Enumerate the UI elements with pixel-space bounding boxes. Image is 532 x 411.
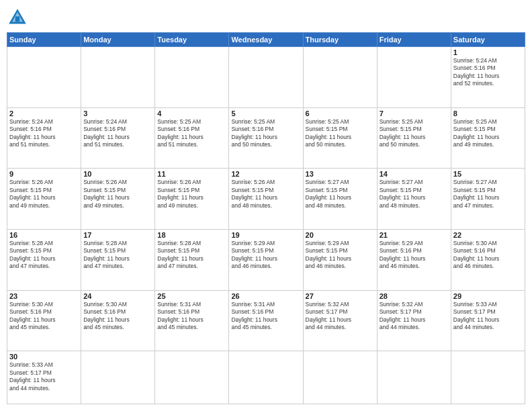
page: SundayMondayTuesdayWednesdayThursdayFrid… — [0, 0, 532, 411]
day-number: 16 — [9, 231, 79, 239]
calendar-cell: 16Sunrise: 5:28 AM Sunset: 5:15 PM Dayli… — [7, 230, 81, 291]
day-number: 12 — [231, 170, 300, 178]
header — [7, 7, 525, 28]
calendar-cell: 9Sunrise: 5:26 AM Sunset: 5:15 PM Daylig… — [7, 169, 81, 230]
day-info: Sunrise: 5:25 AM Sunset: 5:15 PM Dayligh… — [453, 118, 523, 149]
calendar-cell: 19Sunrise: 5:29 AM Sunset: 5:15 PM Dayli… — [229, 230, 303, 291]
calendar-cell: 20Sunrise: 5:29 AM Sunset: 5:15 PM Dayli… — [303, 230, 377, 291]
day-info: Sunrise: 5:26 AM Sunset: 5:15 PM Dayligh… — [157, 179, 226, 210]
calendar-cell: 8Sunrise: 5:25 AM Sunset: 5:15 PM Daylig… — [451, 107, 525, 169]
day-number: 9 — [9, 170, 79, 178]
day-info: Sunrise: 5:27 AM Sunset: 5:15 PM Dayligh… — [380, 179, 449, 210]
calendar-week-6: 30Sunrise: 5:33 AM Sunset: 5:17 PM Dayli… — [7, 351, 525, 404]
day-info: Sunrise: 5:27 AM Sunset: 5:15 PM Dayligh… — [453, 179, 523, 210]
day-info: Sunrise: 5:33 AM Sunset: 5:17 PM Dayligh… — [9, 361, 79, 392]
day-info: Sunrise: 5:32 AM Sunset: 5:17 PM Dayligh… — [380, 301, 449, 332]
day-number: 26 — [231, 292, 300, 300]
day-number: 27 — [306, 292, 375, 300]
calendar-cell: 6Sunrise: 5:25 AM Sunset: 5:15 PM Daylig… — [303, 107, 377, 169]
day-info: Sunrise: 5:32 AM Sunset: 5:17 PM Dayligh… — [306, 301, 375, 332]
day-info: Sunrise: 5:24 AM Sunset: 5:16 PM Dayligh… — [453, 57, 523, 88]
weekday-thursday: Thursday — [303, 33, 377, 47]
day-info: Sunrise: 5:28 AM Sunset: 5:15 PM Dayligh… — [9, 240, 79, 271]
day-number: 30 — [9, 353, 79, 361]
day-number: 10 — [83, 170, 152, 178]
day-info: Sunrise: 5:26 AM Sunset: 5:15 PM Dayligh… — [9, 179, 79, 210]
day-info: Sunrise: 5:31 AM Sunset: 5:16 PM Dayligh… — [157, 301, 226, 332]
calendar-cell: 25Sunrise: 5:31 AM Sunset: 5:16 PM Dayli… — [155, 290, 229, 351]
calendar-cell: 1Sunrise: 5:24 AM Sunset: 5:16 PM Daylig… — [451, 47, 525, 108]
calendar-week-5: 23Sunrise: 5:30 AM Sunset: 5:16 PM Dayli… — [7, 290, 525, 351]
day-number: 18 — [157, 231, 226, 239]
calendar-cell: 10Sunrise: 5:26 AM Sunset: 5:15 PM Dayli… — [81, 169, 155, 230]
calendar-cell: 13Sunrise: 5:27 AM Sunset: 5:15 PM Dayli… — [303, 169, 377, 230]
day-number: 8 — [453, 109, 523, 118]
day-number: 24 — [83, 292, 152, 300]
day-info: Sunrise: 5:26 AM Sunset: 5:15 PM Dayligh… — [231, 179, 300, 210]
weekday-friday: Friday — [377, 33, 451, 47]
day-number: 3 — [83, 109, 152, 118]
day-info: Sunrise: 5:24 AM Sunset: 5:16 PM Dayligh… — [9, 118, 79, 149]
calendar-cell: 17Sunrise: 5:28 AM Sunset: 5:15 PM Dayli… — [81, 230, 155, 291]
day-info: Sunrise: 5:28 AM Sunset: 5:15 PM Dayligh… — [157, 240, 226, 271]
day-info: Sunrise: 5:24 AM Sunset: 5:16 PM Dayligh… — [83, 118, 152, 149]
calendar-cell: 27Sunrise: 5:32 AM Sunset: 5:17 PM Dayli… — [303, 290, 377, 351]
calendar-cell — [229, 47, 303, 108]
weekday-monday: Monday — [81, 33, 155, 47]
calendar-cell — [155, 351, 229, 404]
calendar-cell: 23Sunrise: 5:30 AM Sunset: 5:16 PM Dayli… — [7, 290, 81, 351]
day-number: 21 — [380, 231, 449, 239]
calendar-week-3: 9Sunrise: 5:26 AM Sunset: 5:15 PM Daylig… — [7, 169, 525, 230]
calendar-week-1: 1Sunrise: 5:24 AM Sunset: 5:16 PM Daylig… — [7, 47, 525, 108]
calendar-cell — [229, 351, 303, 404]
calendar-cell — [377, 351, 451, 404]
calendar-cell: 3Sunrise: 5:24 AM Sunset: 5:16 PM Daylig… — [81, 107, 155, 169]
day-number: 14 — [380, 170, 449, 178]
calendar-cell: 26Sunrise: 5:31 AM Sunset: 5:16 PM Dayli… — [229, 290, 303, 351]
calendar-cell — [303, 47, 377, 108]
calendar-cell: 14Sunrise: 5:27 AM Sunset: 5:15 PM Dayli… — [377, 169, 451, 230]
calendar-cell: 24Sunrise: 5:30 AM Sunset: 5:16 PM Dayli… — [81, 290, 155, 351]
day-info: Sunrise: 5:25 AM Sunset: 5:16 PM Dayligh… — [157, 118, 226, 149]
calendar-cell — [155, 47, 229, 108]
day-number: 23 — [9, 292, 79, 300]
day-info: Sunrise: 5:29 AM Sunset: 5:15 PM Dayligh… — [231, 240, 300, 271]
day-info: Sunrise: 5:31 AM Sunset: 5:16 PM Dayligh… — [231, 301, 300, 332]
logo — [7, 7, 31, 28]
weekday-wednesday: Wednesday — [229, 33, 303, 47]
day-info: Sunrise: 5:25 AM Sunset: 5:15 PM Dayligh… — [380, 118, 449, 149]
day-number: 22 — [453, 231, 523, 239]
day-info: Sunrise: 5:28 AM Sunset: 5:15 PM Dayligh… — [83, 240, 152, 271]
calendar-week-2: 2Sunrise: 5:24 AM Sunset: 5:16 PM Daylig… — [7, 107, 525, 169]
calendar-cell: 5Sunrise: 5:25 AM Sunset: 5:16 PM Daylig… — [229, 107, 303, 169]
calendar-cell — [7, 47, 81, 108]
day-number: 7 — [380, 109, 449, 118]
day-number: 2 — [9, 109, 79, 118]
day-number: 15 — [453, 170, 523, 178]
day-number: 13 — [306, 170, 375, 178]
calendar-cell: 22Sunrise: 5:30 AM Sunset: 5:16 PM Dayli… — [451, 230, 525, 291]
calendar-cell — [81, 47, 155, 108]
weekday-tuesday: Tuesday — [155, 33, 229, 47]
calendar-week-4: 16Sunrise: 5:28 AM Sunset: 5:15 PM Dayli… — [7, 230, 525, 291]
day-info: Sunrise: 5:27 AM Sunset: 5:15 PM Dayligh… — [306, 179, 375, 210]
day-number: 28 — [380, 292, 449, 300]
calendar-cell — [451, 351, 525, 404]
day-info: Sunrise: 5:25 AM Sunset: 5:15 PM Dayligh… — [306, 118, 375, 149]
weekday-saturday: Saturday — [451, 33, 525, 47]
weekday-sunday: Sunday — [7, 33, 81, 47]
day-info: Sunrise: 5:30 AM Sunset: 5:16 PM Dayligh… — [83, 301, 152, 332]
day-info: Sunrise: 5:30 AM Sunset: 5:16 PM Dayligh… — [9, 301, 79, 332]
calendar-cell: 15Sunrise: 5:27 AM Sunset: 5:15 PM Dayli… — [451, 169, 525, 230]
day-info: Sunrise: 5:29 AM Sunset: 5:16 PM Dayligh… — [380, 240, 449, 271]
calendar-cell: 30Sunrise: 5:33 AM Sunset: 5:17 PM Dayli… — [7, 351, 81, 404]
day-number: 29 — [453, 292, 523, 300]
logo-icon — [7, 7, 28, 28]
day-info: Sunrise: 5:25 AM Sunset: 5:16 PM Dayligh… — [231, 118, 300, 149]
day-number: 5 — [231, 109, 300, 118]
day-info: Sunrise: 5:26 AM Sunset: 5:15 PM Dayligh… — [83, 179, 152, 210]
day-number: 19 — [231, 231, 300, 239]
calendar-cell: 28Sunrise: 5:32 AM Sunset: 5:17 PM Dayli… — [377, 290, 451, 351]
day-info: Sunrise: 5:33 AM Sunset: 5:17 PM Dayligh… — [453, 301, 523, 332]
svg-rect-2 — [15, 16, 19, 21]
